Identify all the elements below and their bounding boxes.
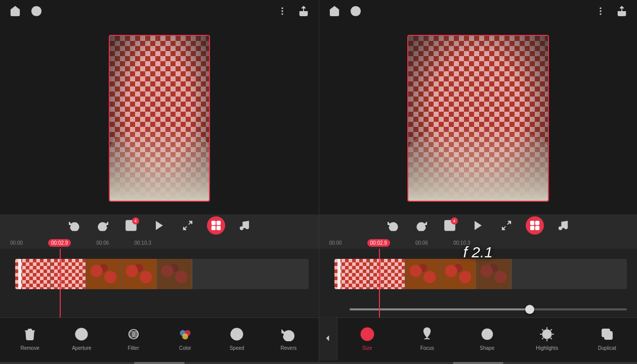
film-thumb-3 (86, 259, 121, 289)
audio-button-right[interactable] (554, 216, 572, 235)
aperture-size-tab[interactable]: Size (352, 325, 383, 351)
undo-button[interactable] (65, 216, 83, 235)
svg-rect-51 (535, 226, 539, 230)
speed-tool[interactable]: Speed (224, 325, 250, 351)
aperture-label: Aperture (72, 345, 91, 351)
help-button[interactable] (29, 4, 44, 18)
play-button-right[interactable] (469, 216, 487, 235)
video-frame-left (109, 35, 210, 202)
video-preview-right (319, 22, 638, 214)
svg-point-52 (559, 227, 562, 230)
remove-label: Remove (21, 345, 39, 351)
time-0-right: 00:00 (329, 240, 342, 246)
svg-rect-15 (217, 226, 220, 230)
timeline-content-left[interactable] (0, 249, 319, 317)
reverse-tool[interactable]: Revers (275, 325, 302, 351)
timeline-left: 00:00 00:02.9 00:06 00:10.3 (0, 237, 319, 317)
timeline-content-right[interactable]: f 2.1 (319, 249, 638, 317)
audio-button[interactable] (235, 216, 253, 235)
reverse-icon (279, 325, 298, 343)
svg-point-61 (426, 330, 429, 332)
svg-rect-12 (211, 221, 215, 225)
svg-point-2 (281, 8, 283, 9)
film-thumb-2 (51, 259, 86, 289)
focus-label: Focus (420, 345, 434, 351)
add-clip-button-right[interactable]: 4 (441, 216, 459, 235)
bottom-toolbar-left: Remove Aperture (0, 317, 319, 362)
add-clip-button[interactable]: 4 (122, 216, 140, 235)
film-strip-left[interactable] (15, 259, 309, 289)
undo-button-right[interactable] (384, 216, 402, 235)
svg-marker-9 (156, 221, 163, 230)
film-start-marker (18, 259, 21, 289)
svg-point-63 (543, 330, 552, 339)
aperture-highlights-tab[interactable]: Highlights (532, 325, 562, 351)
duplicate-icon (598, 325, 616, 343)
speed-label: Speed (230, 345, 244, 351)
shape-icon (478, 325, 496, 343)
svg-point-17 (246, 226, 249, 229)
timeline-ruler-left: 00:00 00:02.9 00:06 00:10.3 (0, 237, 319, 249)
svg-line-69 (550, 338, 552, 339)
aperture-focus-tab[interactable]: Focus (412, 325, 442, 351)
play-button[interactable] (150, 216, 168, 235)
time-active-right: 00:02.9 (367, 239, 390, 247)
aperture-tool[interactable]: Aperture (68, 325, 95, 351)
playhead-right (379, 249, 380, 317)
home-button-right[interactable] (327, 4, 342, 18)
aperture-duplicate-tab[interactable]: Duplicat (592, 325, 622, 351)
more-button[interactable] (275, 4, 289, 18)
svg-rect-50 (530, 226, 534, 230)
fullscreen-button[interactable] (179, 216, 197, 235)
svg-line-71 (542, 338, 544, 339)
aperture-slider-track (350, 308, 627, 310)
svg-line-70 (550, 329, 552, 331)
panel-right: 4 (319, 0, 638, 364)
fullscreen-button-right[interactable] (497, 216, 516, 235)
size-icon (358, 325, 376, 343)
color-icon (176, 325, 194, 343)
help-button-right[interactable] (349, 4, 363, 18)
trash-icon (21, 325, 39, 343)
film-thumb-r2 (370, 259, 405, 289)
bottom-indicator-left (134, 362, 185, 364)
video-edit-button[interactable] (207, 216, 225, 235)
svg-rect-49 (535, 221, 539, 225)
share-button[interactable] (296, 4, 311, 18)
video-preview-left (0, 22, 319, 214)
film-strip-right[interactable] (334, 259, 627, 289)
time-0: 00:00 (10, 240, 23, 246)
remove-tool[interactable]: Remove (17, 325, 43, 351)
aperture-slider-container[interactable] (350, 308, 627, 310)
svg-point-3 (281, 10, 283, 12)
playhead-left (60, 249, 61, 317)
svg-point-38 (600, 8, 601, 9)
film-thumb-r3 (405, 259, 441, 289)
filter-icon (124, 325, 143, 343)
filter-tool[interactable]: Filter (120, 325, 147, 351)
svg-marker-45 (475, 221, 482, 230)
focus-icon (418, 325, 436, 343)
home-button[interactable] (8, 4, 22, 18)
time-active: 00:02.9 (48, 239, 71, 247)
aperture-slider-thumb[interactable] (525, 305, 534, 314)
more-button-right[interactable] (593, 4, 608, 18)
svg-rect-13 (217, 221, 220, 225)
svg-point-53 (565, 226, 568, 229)
back-button[interactable] (319, 316, 337, 360)
video-frame-right (407, 35, 549, 202)
share-button-right[interactable] (615, 4, 629, 18)
add-badge: 4 (132, 217, 139, 224)
color-tool[interactable]: Color (172, 325, 198, 351)
aperture-shape-tab[interactable]: Shape (472, 325, 502, 351)
highlights-label: Highlights (536, 345, 558, 351)
redo-button-right[interactable] (412, 216, 431, 235)
duplicate-label: Duplicat (598, 345, 616, 351)
f-number-display: f 2.1 (463, 244, 493, 261)
filter-label: Filter (128, 345, 139, 351)
redo-button[interactable] (94, 216, 112, 235)
video-edit-button-right[interactable] (526, 216, 544, 235)
aperture-slider-fill (350, 308, 530, 310)
time-6-right: 00:06 (415, 240, 428, 246)
svg-point-62 (482, 329, 493, 340)
